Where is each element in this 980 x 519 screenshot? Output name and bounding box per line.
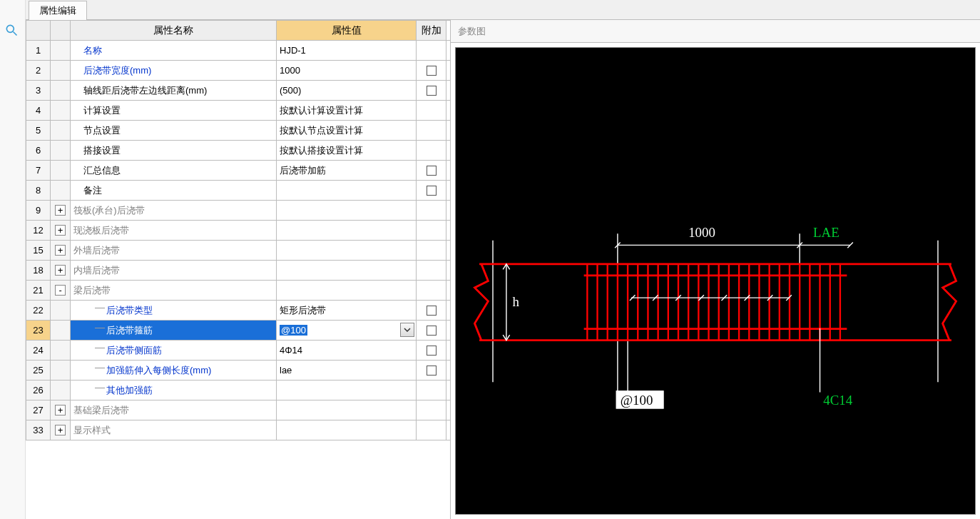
property-value[interactable]: HJD-1: [277, 41, 417, 60]
row-number: 9: [26, 201, 51, 220]
property-value[interactable]: 1000: [277, 61, 417, 80]
property-row[interactable]: 2后浇带宽度(mm)1000: [26, 61, 450, 81]
property-row[interactable]: 4计算设置按默认计算设置计算: [26, 101, 450, 121]
header-value: 属性值: [277, 21, 417, 40]
checkbox[interactable]: [427, 166, 437, 176]
property-value[interactable]: [277, 400, 417, 420]
checkbox[interactable]: [427, 306, 437, 316]
property-extra: [417, 400, 446, 420]
row-toggle[interactable]: -: [51, 281, 71, 300]
property-value[interactable]: 按默认节点设置计算: [277, 121, 417, 140]
property-row[interactable]: 6搭接设置按默认搭接设置计算: [26, 141, 450, 161]
property-row[interactable]: 21-梁后浇带: [26, 281, 450, 301]
row-toggle[interactable]: +: [51, 241, 71, 260]
property-row[interactable]: 24后浇带侧面筋4Φ14: [26, 341, 450, 361]
property-panel: 属性名称 属性值 附加 1名称HJD-12后浇带宽度(mm)10003轴线距后浇…: [26, 20, 451, 519]
property-value[interactable]: [277, 420, 417, 440]
property-row[interactable]: 26其他加强筋: [26, 381, 450, 400]
property-value[interactable]: [277, 221, 417, 240]
property-value[interactable]: 按默认搭接设置计算: [277, 141, 417, 160]
property-value[interactable]: [277, 241, 417, 260]
property-value[interactable]: lae: [277, 361, 417, 380]
property-row[interactable]: 5节点设置按默认节点设置计算: [26, 121, 450, 141]
property-value[interactable]: [277, 281, 417, 300]
property-value[interactable]: 4Φ14: [277, 341, 417, 360]
property-name: 后浇带类型: [71, 301, 277, 320]
property-row[interactable]: 23后浇带箍筋@100: [26, 321, 450, 341]
checkbox[interactable]: [427, 326, 437, 336]
property-value[interactable]: (500): [277, 81, 417, 100]
property-extra[interactable]: [417, 341, 446, 360]
property-extra[interactable]: [417, 361, 446, 380]
left-gutter: [0, 0, 26, 519]
property-extra[interactable]: [417, 181, 446, 200]
row-number: 7: [26, 161, 51, 180]
checkbox[interactable]: [427, 346, 437, 356]
property-extra: [417, 420, 446, 440]
row-toggle: [51, 181, 71, 200]
row-toggle[interactable]: +: [51, 201, 71, 220]
property-row[interactable]: 12+现浇板后浇带: [26, 221, 450, 241]
property-row[interactable]: 3轴线距后浇带左边线距离(mm)(500): [26, 81, 450, 101]
row-toggle[interactable]: +: [51, 221, 71, 240]
row-number: 26: [26, 381, 51, 400]
checkbox[interactable]: [427, 186, 437, 196]
property-extra[interactable]: [417, 321, 446, 340]
checkbox[interactable]: [427, 66, 437, 76]
property-row[interactable]: 25加强筋伸入每侧长度(mm)lae: [26, 361, 450, 381]
property-name: 名称: [71, 41, 277, 60]
expand-icon[interactable]: +: [55, 425, 66, 435]
property-row[interactable]: 9+筏板(承台)后浇带: [26, 201, 450, 221]
property-name: 现浇板后浇带: [71, 221, 277, 240]
expand-icon[interactable]: +: [55, 205, 66, 216]
property-value[interactable]: [277, 381, 417, 400]
property-extra[interactable]: [417, 301, 446, 320]
dropdown-icon[interactable]: [400, 323, 414, 337]
expand-icon[interactable]: +: [55, 245, 66, 256]
property-extra: [417, 141, 446, 160]
row-number: 8: [26, 181, 51, 200]
property-value[interactable]: [277, 201, 417, 220]
row-number: 4: [26, 101, 51, 120]
property-name: 筏板(承台)后浇带: [71, 201, 277, 220]
expand-icon[interactable]: +: [55, 225, 66, 236]
tab-property-edit[interactable]: 属性编辑: [29, 1, 87, 20]
property-extra[interactable]: [417, 161, 446, 180]
collapse-icon[interactable]: -: [55, 285, 66, 296]
property-value[interactable]: [277, 261, 417, 280]
property-extra[interactable]: [417, 61, 446, 80]
property-value[interactable]: 矩形后浇带: [277, 301, 417, 320]
row-toggle: [51, 41, 71, 60]
row-toggle: [51, 301, 71, 320]
property-value[interactable]: 按默认计算设置计算: [277, 101, 417, 120]
row-toggle[interactable]: +: [51, 420, 71, 440]
property-name: 计算设置: [71, 101, 277, 120]
property-row[interactable]: 33+显示样式: [26, 420, 450, 440]
row-toggle: [51, 121, 71, 140]
expand-icon[interactable]: +: [55, 265, 66, 276]
property-value[interactable]: 后浇带加筋: [277, 161, 417, 180]
search-icon[interactable]: [4, 23, 19, 37]
property-value[interactable]: @100: [277, 321, 417, 340]
property-extra: [417, 281, 446, 300]
row-toggle[interactable]: +: [51, 261, 71, 280]
row-number: 3: [26, 81, 51, 100]
row-toggle[interactable]: +: [51, 400, 71, 420]
row-toggle: [51, 101, 71, 120]
property-name: 内墙后浇带: [71, 261, 277, 280]
property-extra: [417, 121, 446, 140]
row-toggle: [51, 161, 71, 180]
property-row[interactable]: 7汇总信息后浇带加筋: [26, 161, 450, 181]
property-row[interactable]: 22后浇带类型矩形后浇带: [26, 301, 450, 321]
property-row[interactable]: 27+基础梁后浇带: [26, 400, 450, 420]
property-row[interactable]: 15+外墙后浇带: [26, 241, 450, 261]
property-value[interactable]: [277, 181, 417, 200]
checkbox[interactable]: [427, 86, 437, 96]
property-row[interactable]: 8备注: [26, 181, 450, 201]
row-number: 5: [26, 121, 51, 140]
property-row[interactable]: 1名称HJD-1: [26, 41, 450, 61]
checkbox[interactable]: [427, 366, 437, 376]
property-row[interactable]: 18+内墙后浇带: [26, 261, 450, 281]
expand-icon[interactable]: +: [55, 405, 66, 415]
property-extra[interactable]: [417, 81, 446, 100]
